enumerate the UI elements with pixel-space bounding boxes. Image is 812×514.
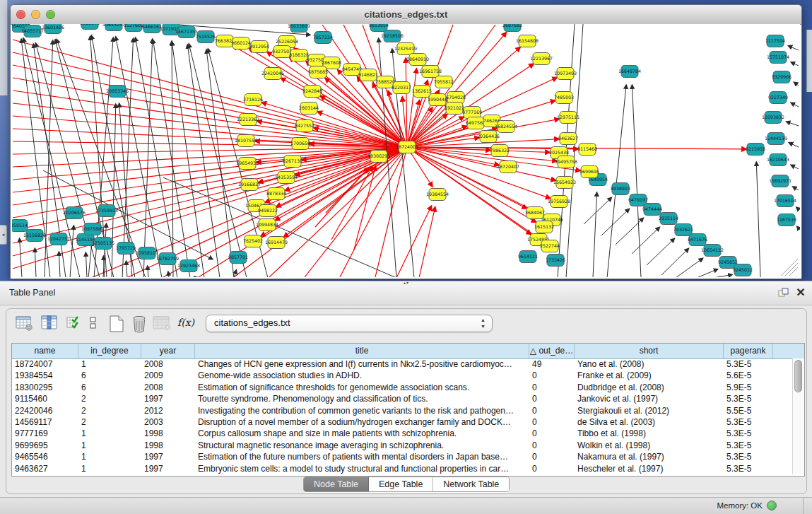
graph-node[interactable]: 9660124	[231, 37, 251, 49]
graph-node[interactable]: 19166827	[238, 179, 261, 191]
graph-node[interactable]: 7955812	[434, 76, 454, 88]
graph-node[interactable]: 9777169	[462, 107, 482, 119]
graph-node[interactable]: 9245012	[733, 264, 753, 276]
graph-node[interactable]: 8427552	[295, 120, 314, 132]
graph-node[interactable]: 12213967	[530, 53, 553, 65]
table-row[interactable]: 2242004622012Investigating the contribut…	[12, 405, 804, 416]
graph-node[interactable]: 850514	[12, 220, 28, 232]
graph-node[interactable]: 1167533	[777, 214, 796, 226]
graph-node[interactable]: 1117504	[765, 35, 785, 47]
tab-node-table[interactable]: Node Table	[304, 477, 369, 491]
graph-node[interactable]: 1362615	[412, 86, 432, 98]
graph-node[interactable]: 10973493	[554, 68, 577, 80]
graph-node[interactable]: 9498222	[258, 205, 278, 217]
function-builder-icon[interactable]: f(x)	[177, 313, 200, 333]
graph-node[interactable]: 15751074	[767, 52, 789, 64]
graph-node[interactable]: 12444139	[765, 133, 787, 145]
column-header-title[interactable]: title	[195, 344, 529, 358]
graph-node[interactable]: 1795729	[116, 243, 136, 255]
delete-trash-icon[interactable]	[129, 313, 149, 333]
graph-node[interactable]: 15654923	[553, 177, 576, 189]
table-settings-icon[interactable]	[15, 313, 35, 333]
float-panel-icon[interactable]	[777, 286, 790, 300]
graph-node[interactable]: 16210643	[767, 154, 789, 166]
table-row[interactable]: 1830029562008Estimation of significance …	[12, 382, 804, 393]
table-row[interactable]: 977716911998Corpus callosum shape and si…	[12, 428, 804, 439]
graph-node[interactable]: 9242848	[302, 86, 322, 98]
graph-node[interactable]: 20053346	[106, 86, 129, 98]
column-header-year[interactable]: year	[141, 344, 195, 358]
graph-node[interactable]: 20691406	[42, 24, 64, 34]
graph-node[interactable]: 14671355	[175, 26, 198, 38]
graph-node[interactable]: 5875685	[308, 66, 328, 78]
graph-node[interactable]: 12505135	[92, 238, 114, 250]
graph-node[interactable]: 22420046	[261, 68, 284, 80]
graph-node[interactable]: 19218506	[381, 30, 404, 42]
graph-node[interactable]: 19756928	[548, 196, 570, 208]
graph-node[interactable]: 19654935	[236, 158, 259, 170]
import-table-checks-icon[interactable]	[66, 313, 86, 333]
graph-node[interactable]: 18720407	[497, 161, 519, 173]
graph-node[interactable]: 16648784	[618, 66, 641, 78]
graph-node[interactable]: 18640910	[406, 54, 429, 66]
graph-node[interactable]: 9474444	[642, 204, 662, 216]
panel-collapse-handle[interactable]: ◂	[0, 225, 7, 245]
graph-node[interactable]: 18300295	[367, 151, 390, 163]
network-window-titlebar[interactable]: citations_edges.txt	[11, 5, 801, 25]
graph-node[interactable]: 16782759	[156, 253, 179, 265]
graph-node[interactable]: 9115460	[577, 144, 597, 156]
column-header-name[interactable]: name	[12, 344, 78, 358]
graph-node[interactable]: 9857791	[228, 252, 248, 264]
table-row[interactable]: 1938455462009Genome-wide association stu…	[12, 370, 804, 381]
graph-node[interactable]: 17359924	[95, 205, 118, 217]
new-document-icon[interactable]	[107, 313, 126, 333]
graph-node[interactable]: 16154808	[516, 35, 539, 47]
table-scrollbar[interactable]	[792, 358, 804, 474]
graph-node[interactable]: 19495758	[555, 156, 577, 168]
close-panel-icon[interactable]: ✕	[794, 286, 807, 299]
graph-node[interactable]: 10994834	[256, 219, 278, 231]
graph-node[interactable]: 8938923	[611, 183, 630, 195]
graph-node[interactable]: 1733426	[546, 255, 565, 267]
tab-network-table[interactable]: Network Table	[433, 477, 509, 491]
graph-node[interactable]: 10958107	[136, 247, 158, 259]
graph-node[interactable]: 16824554	[495, 121, 517, 133]
graph-node[interactable]: 9463627	[558, 133, 578, 145]
graph-node[interactable]: 16033809	[288, 24, 310, 33]
graph-node[interactable]: 7515526	[196, 31, 216, 43]
column-header-short[interactable]: short	[575, 344, 724, 358]
graph-node[interactable]: 2687682	[502, 24, 522, 32]
graph-node[interactable]: 8186328	[289, 49, 309, 62]
graph-node[interactable]: 18107554	[235, 135, 257, 147]
graph-node[interactable]: 12093832	[762, 112, 784, 124]
graph-node[interactable]: 6466161	[142, 24, 162, 33]
graph-node[interactable]: 8878334	[266, 188, 286, 200]
split-pane-divider-handle[interactable]: ▴▾	[400, 281, 413, 286]
graph-node[interactable]: 1700656	[290, 138, 310, 150]
graph-node[interactable]: 2803144	[299, 103, 319, 115]
graph-node[interactable]: 10975887	[81, 223, 104, 235]
graph-node[interactable]: 19384554	[426, 189, 449, 201]
graph-node[interactable]: 12923468	[177, 260, 200, 272]
graph-node[interactable]: 8912954	[249, 41, 269, 53]
table-select-dropdown[interactable]: citations_edges.txt ▲▼	[206, 315, 493, 332]
column-header-out_de[interactable]: △ out_de…	[529, 344, 575, 358]
network-view-canvas[interactable]: 1872400718300295193845542640557140557172…	[12, 24, 800, 277]
graph-node[interactable]: 7485003	[554, 92, 574, 104]
graph-node[interactable]: 7625402	[243, 235, 263, 247]
graph-node[interactable]: 18724007	[396, 141, 418, 153]
graph-node[interactable]: 1615132	[534, 221, 554, 233]
graph-node[interactable]: 1965379	[80, 24, 100, 30]
graph-node[interactable]: 7986322	[490, 145, 510, 157]
table-row[interactable]: 946362711997Embryonic stem cells: a mode…	[12, 463, 804, 474]
graph-node[interactable]: 8471676	[688, 234, 707, 246]
table-row[interactable]: 969969511998Structural magnetic resonanc…	[12, 440, 804, 451]
graph-node[interactable]: 2935114	[659, 213, 678, 225]
graph-node[interactable]: 12975115	[557, 112, 579, 124]
graph-node[interactable]: 9614121	[518, 251, 538, 263]
graph-node[interactable]: 15692971	[769, 175, 792, 187]
graph-node[interactable]: 1921022	[445, 103, 464, 115]
graph-node[interactable]: 13156829	[23, 230, 46, 242]
graph-node[interactable]: 14055717	[21, 25, 44, 37]
graph-node[interactable]: 16961758	[419, 66, 442, 78]
